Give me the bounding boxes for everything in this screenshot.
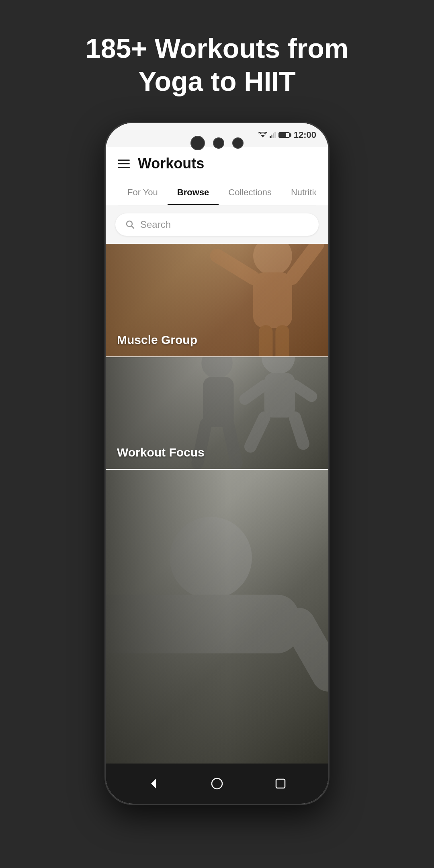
workout-focus-label: Workout Focus xyxy=(117,446,205,459)
header-title-row: Workouts xyxy=(118,155,316,180)
tab-collections[interactable]: Collections xyxy=(219,180,281,205)
workout-focus-card[interactable]: Workout Focus xyxy=(106,356,328,469)
tab-for-you[interactable]: For You xyxy=(118,180,168,205)
card-overlay-3 xyxy=(106,470,328,764)
svg-rect-29 xyxy=(276,779,285,788)
content-area: Muscle Group xyxy=(106,244,328,764)
third-category-card[interactable] xyxy=(106,469,328,764)
wifi-icon xyxy=(258,132,267,138)
status-right: 12:00 xyxy=(258,130,316,140)
hamburger-line-3 xyxy=(118,167,130,168)
svg-point-28 xyxy=(212,778,222,789)
navigation-bar xyxy=(106,764,328,804)
menu-button[interactable] xyxy=(118,160,130,168)
tab-nutrition[interactable]: Nutritio... xyxy=(281,180,316,205)
camera-front-2 xyxy=(213,137,224,149)
search-bar[interactable]: Search xyxy=(115,213,319,236)
svg-rect-3 xyxy=(273,133,274,138)
search-icon xyxy=(125,219,135,230)
app-title: Workouts xyxy=(138,155,204,172)
headline: 185+ Workouts from Yoga to HIIT xyxy=(0,0,434,122)
tabs-container: For You Browse Collections Nutritio... xyxy=(118,180,316,205)
tab-browse[interactable]: Browse xyxy=(168,180,219,205)
recents-button[interactable] xyxy=(270,774,291,794)
svg-line-6 xyxy=(131,226,134,228)
time-display: 12:00 xyxy=(294,130,316,140)
recents-icon xyxy=(274,777,287,790)
home-icon xyxy=(211,777,223,790)
camera-sensor xyxy=(232,137,244,149)
home-button[interactable] xyxy=(207,774,227,794)
svg-marker-0 xyxy=(261,135,265,137)
search-container: Search xyxy=(106,205,328,244)
svg-rect-4 xyxy=(274,132,276,138)
app-header: Workouts For You Browse Collections Nutr… xyxy=(106,147,328,205)
hamburger-line-2 xyxy=(118,163,130,164)
svg-rect-2 xyxy=(271,135,272,138)
hamburger-line-1 xyxy=(118,160,130,161)
camera-area xyxy=(190,136,244,150)
signal-icon xyxy=(270,132,276,138)
svg-marker-27 xyxy=(151,779,156,788)
back-icon xyxy=(147,777,160,790)
muscle-group-card[interactable]: Muscle Group xyxy=(106,244,328,356)
muscle-group-label: Muscle Group xyxy=(117,333,197,347)
status-icons xyxy=(258,132,290,138)
svg-rect-1 xyxy=(270,136,271,138)
back-button[interactable] xyxy=(143,774,164,794)
search-placeholder: Search xyxy=(140,219,171,230)
battery-icon xyxy=(278,132,290,138)
camera-front-1 xyxy=(190,136,205,150)
phone-frame: 12:00 Workouts For You Browse xyxy=(104,122,330,805)
phone-screen: 12:00 Workouts For You Browse xyxy=(106,123,328,804)
